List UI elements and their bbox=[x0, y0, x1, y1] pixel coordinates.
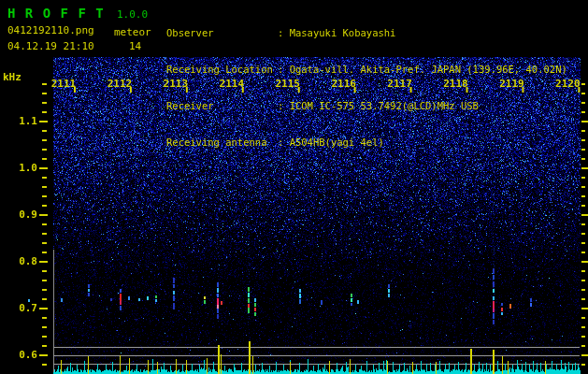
info-row-antenna: Receiving antenna: A504HB(yagi 4el) bbox=[166, 137, 567, 149]
info-value: A504HB(yagi 4el) bbox=[290, 137, 384, 148]
info-label: Observer bbox=[166, 27, 278, 39]
info-row-observer: Observer: Masayuki Kobayashi bbox=[166, 27, 567, 39]
freq-tick-label: 0.6 bbox=[0, 349, 37, 361]
freq-axis-labels: 1.11.00.90.80.70.6 bbox=[0, 0, 37, 374]
app-version: 1.0.0 bbox=[117, 8, 148, 21]
info-separator: : bbox=[278, 64, 290, 75]
time-tick-label: 2112 bbox=[108, 78, 133, 90]
info-separator: : bbox=[278, 137, 290, 148]
info-value: Ogata-vill. Akita-Pref. JAPAN (139.96E, … bbox=[290, 64, 567, 75]
hrofft-screen: H R O F F T 1.0.0 0412192110.png meteor … bbox=[0, 0, 588, 374]
info-separator: : bbox=[278, 27, 290, 38]
time-tick-label: 2115 bbox=[275, 78, 300, 90]
freq-tick-label: 0.7 bbox=[0, 302, 37, 314]
time-tick-label: 2113 bbox=[164, 78, 189, 90]
time-tick-label: 2114 bbox=[220, 78, 245, 90]
time-tick-label: 2116 bbox=[331, 78, 356, 90]
info-row-receiver: Receiver: ICOM IC-575 53.7492(@LCD)MHz U… bbox=[166, 100, 567, 112]
time-tick-label: 2117 bbox=[387, 78, 412, 90]
freq-tick-label: 1.1 bbox=[0, 115, 37, 127]
info-value: Masayuki Kobayashi bbox=[290, 27, 396, 38]
info-row-location: Receiving Location: Ogata-vill. Akita-Pr… bbox=[166, 64, 567, 76]
time-tick-label: 2119 bbox=[499, 78, 524, 90]
freq-tick-label: 0.8 bbox=[0, 255, 37, 267]
freq-tick-label: 0.9 bbox=[0, 209, 37, 221]
time-tick-label: 2111 bbox=[51, 78, 77, 90]
info-separator: : bbox=[278, 100, 290, 111]
info-label: Receiving antenna bbox=[166, 137, 278, 149]
time-axis-labels: 2111211221132114211521162117211821192120 bbox=[0, 78, 588, 89]
time-tick-label: 2118 bbox=[443, 78, 468, 90]
mode-text: meteor bbox=[114, 26, 151, 38]
time-tick-label: 2120 bbox=[555, 78, 581, 90]
info-label: Receiving Location bbox=[166, 64, 278, 76]
echo-count-text: 14 bbox=[129, 40, 141, 52]
info-label: Receiver bbox=[166, 100, 278, 112]
info-value: ICOM IC-575 53.7492(@LCD)MHz USB bbox=[290, 100, 479, 111]
freq-tick-label: 1.0 bbox=[0, 162, 37, 174]
